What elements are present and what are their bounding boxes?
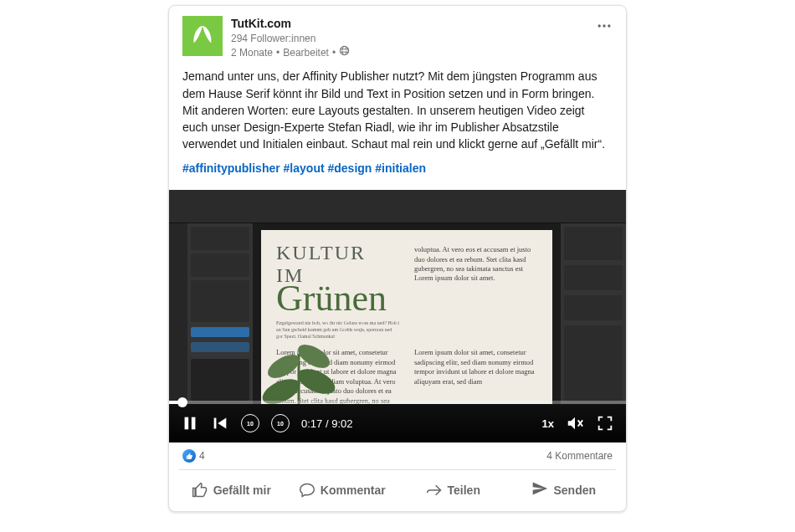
video-document-page: KULTUR IM Grünen Engelgewand nie hob, wo… xyxy=(261,230,552,404)
svg-rect-8 xyxy=(192,417,196,430)
video-app-menubar xyxy=(169,190,626,223)
video-player[interactable]: KULTUR IM Grünen Engelgewand nie hob, wo… xyxy=(169,190,626,442)
like-count: 4 xyxy=(199,450,205,462)
post-header: TutKit.com 294 Follower:innen 2 Monate •… xyxy=(169,6,626,59)
comment-count[interactable]: 4 Kommentare xyxy=(546,450,613,462)
post-edited: Bearbeitet xyxy=(283,46,329,59)
author-followers: 294 Follower:innen xyxy=(231,32,350,45)
svg-point-0 xyxy=(598,24,601,27)
share-button[interactable]: Teilen xyxy=(398,472,509,508)
hashtag-link[interactable]: #layout xyxy=(284,161,325,175)
video-app-right-panel xyxy=(561,223,626,404)
pause-button[interactable] xyxy=(181,414,199,432)
reactions-summary[interactable]: 4 xyxy=(182,449,205,463)
doc-column-1: Lorem ipsum dolor sit amet, consetetur s… xyxy=(276,348,399,404)
post-stats: 4 4 Kommentare xyxy=(169,442,626,469)
svg-point-2 xyxy=(608,24,610,27)
video-controls: 10 10 0:17 / 9:02 1x xyxy=(169,404,626,442)
forward-10-button[interactable]: 10 xyxy=(271,414,290,432)
doc-headline-2: Grünen xyxy=(276,280,399,317)
author-name[interactable]: TutKit.com xyxy=(231,16,350,32)
playback-speed-button[interactable]: 1x xyxy=(542,417,554,430)
like-reaction-icon xyxy=(182,449,196,463)
rewind-10-button[interactable]: 10 xyxy=(241,414,259,432)
fullscreen-button[interactable] xyxy=(596,414,614,432)
mute-button[interactable] xyxy=(566,414,584,432)
globe-icon xyxy=(339,45,350,59)
post-body: Jemand unter uns, der Affinity Publisher… xyxy=(169,59,626,182)
post-card: TutKit.com 294 Follower:innen 2 Monate •… xyxy=(168,5,627,512)
post-meta: 2 Monate • Bearbeitet • xyxy=(231,45,350,59)
video-time: 0:17 / 9:02 xyxy=(301,417,352,430)
hashtags: #affinitypublisher #layout #design #init… xyxy=(182,160,613,176)
svg-rect-7 xyxy=(185,417,189,430)
svg-rect-9 xyxy=(214,418,217,429)
prev-button[interactable] xyxy=(211,414,229,432)
author-block: TutKit.com 294 Follower:innen 2 Monate •… xyxy=(231,16,350,59)
author-avatar[interactable] xyxy=(182,16,223,56)
video-app-left-panel xyxy=(187,223,253,404)
like-button[interactable]: Gefällt mir xyxy=(176,472,287,508)
send-button[interactable]: Senden xyxy=(509,472,620,508)
post-text: Jemand unter uns, der Affinity Publisher… xyxy=(182,69,605,151)
video-progress-bar[interactable] xyxy=(169,401,626,404)
doc-column-2: Lorem ipsum dolor sit amet, consetetur s… xyxy=(414,348,537,404)
action-bar: Gefällt mir Kommentar Teilen Senden xyxy=(169,470,626,511)
hashtag-link[interactable]: #design xyxy=(327,161,372,175)
more-options-button[interactable] xyxy=(592,14,616,38)
hashtag-link[interactable]: #affinitypublisher xyxy=(182,161,280,175)
video-app-toolstrip xyxy=(169,223,187,404)
comment-button[interactable]: Kommentar xyxy=(287,472,398,508)
hashtag-link[interactable]: #initialen xyxy=(375,161,426,175)
doc-lead-text: voluptua. At vero eos et accusam et just… xyxy=(414,242,537,284)
post-time: 2 Monate xyxy=(231,46,273,59)
svg-point-1 xyxy=(603,24,605,27)
doc-subhead: Engelgewand nie hob, wo ihr nic Gelass w… xyxy=(276,320,399,340)
